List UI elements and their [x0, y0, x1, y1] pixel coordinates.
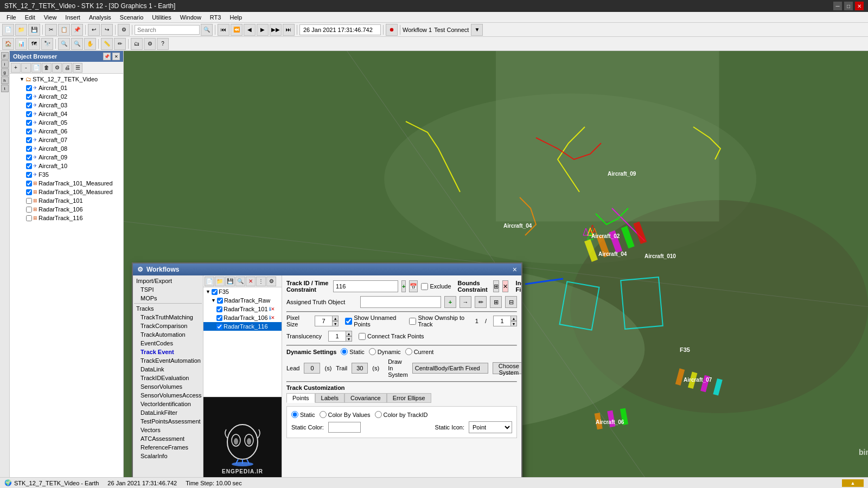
choose-system-btn[interactable]: Choose System	[493, 362, 521, 374]
strip-icon-5[interactable]: t	[1, 85, 9, 92]
tree-item-rt106[interactable]: ⊞ RadarTrack_106	[11, 205, 122, 214]
minimize-btn[interactable]: ─	[833, 2, 842, 10]
tree-item-rt101m[interactable]: ⊞ RadarTrack_101_Measured	[11, 179, 122, 188]
tb2-btn2[interactable]: 📊	[15, 38, 27, 50]
wf-nav-vectorid[interactable]: VectorIdentification	[134, 400, 202, 408]
cb-aircraft05[interactable]	[26, 120, 32, 126]
tree-item-aircraft05[interactable]: ✈ Aircraft_05	[11, 118, 122, 127]
search-input[interactable]	[135, 25, 200, 35]
tab-error-ellipse[interactable]: Error Ellipse	[387, 393, 431, 403]
ob-tb-delete[interactable]: 🗑	[42, 63, 52, 73]
ob-tb-print[interactable]: 🖨	[62, 63, 72, 73]
assigned-truth-table-btn[interactable]: ⊞	[490, 296, 502, 308]
ob-tb-expand[interactable]: +	[11, 63, 21, 73]
tb-cut-btn[interactable]: ✂	[45, 24, 57, 36]
ob-tb-collapse[interactable]: -	[21, 63, 31, 73]
color-by-values-radio[interactable]	[320, 411, 327, 418]
tb-anim-fwd[interactable]: ▶▶	[270, 24, 282, 36]
tree-item-aircraft04[interactable]: ✈ Aircraft_04	[11, 110, 122, 118]
search-btn[interactable]: 🔍	[201, 24, 213, 36]
tree-item-aircraft06[interactable]: ✈ Aircraft_06	[11, 127, 122, 136]
wf-nav-comparison[interactable]: TrackComparison	[134, 322, 202, 330]
tree-item-aircraft08[interactable]: ✈ Aircraft_08	[11, 144, 122, 153]
tb-open-btn[interactable]: 📁	[15, 24, 27, 36]
tb-props-btn[interactable]: ⚙	[118, 24, 130, 36]
menu-window[interactable]: Window	[176, 13, 206, 22]
tb2-btn4[interactable]: 🔭	[41, 38, 53, 50]
cb-aircraft01[interactable]	[26, 85, 32, 91]
ob-tb-list[interactable]: ☰	[73, 63, 82, 73]
wf-nav-import-export[interactable]: Import/Export	[134, 277, 202, 285]
strip-icon-2[interactable]: i	[1, 60, 9, 68]
cb-aircraft04[interactable]	[26, 111, 32, 117]
tb-paste-btn[interactable]: 📌	[71, 24, 83, 36]
tree-item-aircraft07[interactable]: ✈ Aircraft_07	[11, 136, 122, 144]
cb-aircraft02[interactable]	[26, 94, 32, 100]
close-btn[interactable]: ✕	[855, 2, 864, 10]
wf-nav-tracks[interactable]: Tracks	[134, 304, 202, 313]
cb-aircraft09[interactable]	[26, 155, 32, 160]
wf-nav-testpoints[interactable]: TestPointsAssessment	[134, 417, 202, 426]
menu-rt3[interactable]: RT3	[206, 13, 226, 22]
tb-new-btn[interactable]: 📄	[2, 24, 14, 36]
tb-anim-prev[interactable]: ⏪	[231, 24, 242, 36]
wf-nav-datalink[interactable]: DataLink	[134, 365, 202, 374]
tb2-settings[interactable]: ⚙	[144, 38, 156, 50]
wf-nav-trackid[interactable]: TrackIDEvaluation	[134, 374, 202, 382]
rt106-del-icon[interactable]: ✕	[271, 315, 275, 320]
tab-covariance[interactable]: Covariance	[344, 393, 387, 403]
wft-rt116[interactable]: RadarTrack_116	[203, 322, 282, 331]
tb2-btn1[interactable]: 🏠	[2, 38, 14, 50]
wft-tb-filter[interactable]: 🔍	[235, 277, 245, 286]
wft-cb-f35[interactable]	[212, 289, 218, 295]
wf-nav-scalarinfo[interactable]: ScalarInfo	[134, 452, 202, 460]
tab-labels[interactable]: Labels	[315, 393, 344, 403]
connect-track-cb[interactable]	[359, 333, 366, 340]
wft-tb-delete[interactable]: ✕	[246, 277, 256, 286]
assigned-truth-grid-btn[interactable]: ⊟	[505, 296, 517, 308]
ownership-up[interactable]: ▲	[510, 316, 517, 321]
strip-icon-4[interactable]: h	[1, 76, 9, 84]
static-color-picker[interactable]	[328, 422, 361, 433]
tb2-zoom-in[interactable]: 🔍	[58, 38, 70, 50]
menu-help[interactable]: Help	[225, 13, 246, 22]
assigned-truth-input[interactable]	[360, 296, 441, 308]
tb-save-btn[interactable]: 💾	[28, 24, 40, 36]
exclude-checkbox[interactable]	[421, 283, 428, 290]
tree-item-rt116[interactable]: ⊞ RadarTrack_116	[11, 214, 122, 222]
track-id-input[interactable]	[333, 280, 398, 292]
tb-redo-btn[interactable]: ↪	[101, 24, 113, 36]
tb-anim-rev[interactable]: ◀	[244, 24, 256, 36]
wft-tb-new[interactable]: 📄	[205, 277, 214, 286]
wft-radartrack-raw[interactable]: ▼ RadarTrack_Raw	[203, 296, 282, 305]
ob-tb-new[interactable]: 📄	[31, 63, 41, 73]
wf-nav-sensoraccess[interactable]: SensorVolumesAccess	[134, 391, 202, 400]
cb-aircraft03[interactable]	[26, 102, 32, 108]
tb-copy-btn[interactable]: 📋	[58, 24, 70, 36]
color-by-trackid-radio[interactable]	[375, 411, 382, 418]
tree-item-aircraft01[interactable]: ✈ Aircraft_01	[11, 84, 122, 92]
tb2-btn3[interactable]: 🗺	[28, 38, 40, 50]
ownership-input[interactable]	[493, 316, 510, 326]
wft-tb-more[interactable]: ⋮	[256, 277, 266, 286]
menu-file[interactable]: File	[2, 13, 21, 22]
cb-aircraft07[interactable]	[26, 137, 32, 143]
tb-anim-start[interactable]: ⏮	[218, 24, 229, 36]
tb-connect-btn[interactable]: ▼	[471, 24, 483, 36]
maximize-btn[interactable]: □	[844, 2, 853, 10]
pixel-size-up[interactable]: ▲	[332, 316, 339, 321]
track-id-add-btn[interactable]: +	[401, 280, 406, 292]
menu-analysis[interactable]: Analysis	[85, 13, 116, 22]
tree-root[interactable]: ▼ 🗂 STK_12_7_TETK_Video	[11, 75, 122, 84]
wft-tb-save[interactable]: 💾	[225, 277, 235, 286]
cb-rt101m[interactable]	[26, 181, 32, 187]
tree-item-f35[interactable]: ✈ F35	[11, 170, 122, 179]
obj-browser-close[interactable]: ✕	[112, 53, 120, 60]
menu-utilities[interactable]: Utilities	[148, 13, 175, 22]
cb-f35[interactable]	[26, 172, 32, 178]
wft-cb-rt106[interactable]	[216, 315, 222, 321]
static-icon-select[interactable]: Point Circle Square Triangle Cross	[469, 421, 512, 433]
wft-tb-open[interactable]: 📁	[215, 277, 225, 286]
wf-nav-vectors[interactable]: Vectors	[134, 426, 202, 434]
wf-nav-tspi[interactable]: TSPI	[134, 285, 202, 294]
